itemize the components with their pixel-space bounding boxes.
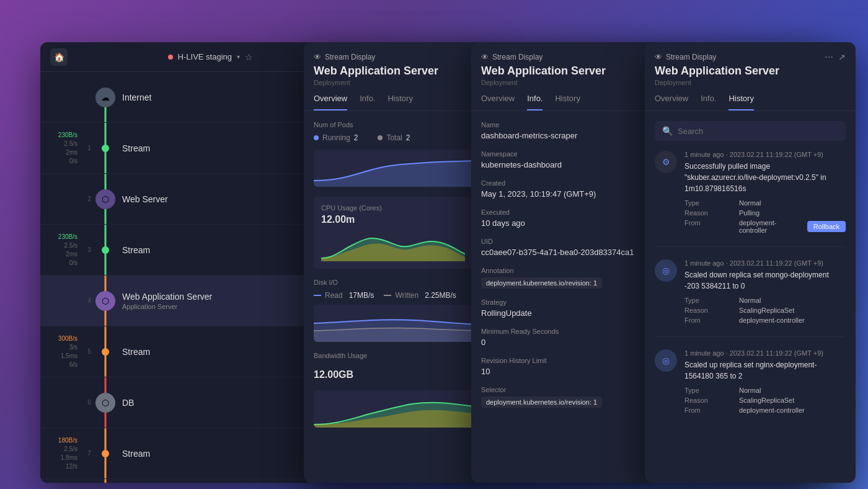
metric-3-4: 0/s [69,259,78,267]
running-value: 2 [354,133,358,142]
cloud-node-icon: ☁ [95,87,115,107]
history-content-1: 1 minute ago · 2023.02.21 11:19:22 (GMT … [684,151,846,234]
panel3-expand-icon[interactable]: ↗ [838,52,846,62]
cpu-chart [321,230,465,261]
history-content-3: 1 minute ago · 2023.02.21 11:19:22 (GMT … [684,349,846,414]
history-time-2: 1 minute ago · 2023.02.21 11:19:22 (GMT … [684,259,846,267]
panel3-tab-overview[interactable]: Overview [655,94,688,110]
sidebar-row-1[interactable]: 230B/s 2.5/s 2ms 0/s 1 Stream [40,123,343,174]
sidebar-row-7[interactable]: 180B/s 2.5/s 1.8ms 12/s 7 Stream [40,428,343,479]
written-line [384,295,391,296]
sidebar-row-2[interactable]: 2 ⬡ Web Server [40,174,343,225]
panel2-eye-icon: 👁 [481,53,489,61]
panel1-tab-history[interactable]: History [388,94,412,110]
h2-type-value: Normal [739,297,846,304]
sidebar-row-4[interactable]: 4 ⬡ Web Application Server Application S… [40,276,343,326]
history-fields-2: Type Normal Reason ScalingReplicaSet Fro… [684,297,846,324]
metric-5-2: 3/s [69,343,78,351]
db-node-icon: ⬡ [95,393,115,413]
panel1-tab-overview[interactable]: Overview [314,94,347,110]
h1-reason-value: Pulling [739,209,846,217]
timeline-7 [96,428,115,478]
panel1-tab-info[interactable]: Info. [360,94,375,110]
panel3-header: 👁 Stream Display ⋯ ↗ Web Application Ser… [645,42,856,111]
timeline-1 [96,123,115,173]
panel3-tabs: Overview Info. History [645,94,856,111]
row-num-3: 3 [82,225,96,275]
row-num-4: 4 [82,276,96,326]
panel3-stream-display-label: Stream Display [666,53,716,61]
history-content-2: 1 minute ago · 2023.02.21 11:19:22 (GMT … [684,259,846,324]
sidebar-row-internet[interactable]: ☁ Internet [40,72,343,123]
history-msg-2: Scaled down replica set mongo-deployment… [684,269,846,292]
row-num-internet [82,72,96,122]
timeline-dot-1 [102,145,109,152]
h3-from-label: From [684,406,734,414]
panel1-stream-display-label: Stream Display [325,53,375,61]
panel3-tab-info[interactable]: Info. [701,94,716,110]
sidebar-row-3[interactable]: 230B/s 2.5/s 2ms 0/s 3 Stream [40,225,343,276]
total-value: 2 [406,133,410,142]
total-stat: Total 2 [378,133,410,142]
panel3-body: 🔍 ⚙ 1 minute ago · 2023.02.21 11:19:22 (… [645,111,856,483]
selector-value: deployment.kubernetes.io/revision: 1 [481,397,602,408]
row-num-1: 1 [82,123,96,173]
metric-5-3: 1.5ms [61,352,78,360]
cpu-label: CPU Usage (Cores) [321,204,465,212]
metric-3-2: 2.5/s [64,241,78,249]
metric-1-1: 230B/s [58,131,78,139]
read-stat: Read 17MB/s [314,291,374,300]
home-button[interactable]: 🏠 [50,48,68,66]
sidebar-row-8[interactable]: 8 ⬡ Live Deployment [40,479,343,483]
history-time-1: 1 minute ago · 2023.02.21 11:19:22 (GMT … [684,151,846,158]
history-item-1: ⚙ 1 minute ago · 2023.02.21 11:19:22 (GM… [655,151,846,247]
h2-from-value: deployment-controller [739,316,846,324]
timeline-2: ⬡ [96,174,115,224]
timeline-4: ⬡ [96,276,115,326]
h2-reason-value: ScalingReplicaSet [739,307,846,314]
history-item-2: ◎ 1 minute ago · 2023.02.21 11:19:22 (GM… [655,259,846,337]
panel2-tab-overview[interactable]: Overview [481,94,515,110]
favorite-star-icon[interactable]: ☆ [245,52,253,62]
metrics-internet [40,72,82,122]
written-stat: Written 2.25MB/s [384,291,456,300]
history-msg-3: Scaled up replica set nginx-deployment-1… [684,359,846,382]
metric-1-2: 2.5/s [64,140,78,148]
metric-3-3: 2ms [66,250,78,258]
h2-from-label: From [684,316,734,324]
annotation-value: deployment.kubernetes.io/revision: 1 [481,277,602,289]
metrics-2 [40,174,82,224]
running-dot [314,135,319,140]
panel3-more-icon[interactable]: ⋯ [825,52,833,62]
search-bar[interactable]: 🔍 [655,121,846,141]
panel2-stream-display: 👁 Stream Display [481,53,542,61]
webapp-server-node-icon: ⬡ [95,291,115,311]
sidebar-row-5[interactable]: 300B/s 3/s 1.5ms 6/s 5 Stream [40,326,343,377]
total-label: Total [386,133,402,142]
panel3-title: Web Application Server [655,65,846,78]
timeline-6: ⬡ [96,377,115,428]
h3-from-value: deployment-controller [739,406,846,414]
timeline-dot-7 [102,450,109,457]
metrics-6 [40,377,82,428]
panel3-subtitle: Deployment [655,79,846,86]
panel2-tab-history[interactable]: History [555,94,580,110]
history-icon-3: ◎ [655,349,677,372]
search-input[interactable] [678,127,838,136]
title-dropdown-icon[interactable]: ▾ [237,53,240,60]
row-num-8: 8 [82,479,96,483]
rollback-button[interactable]: Rollback [807,221,846,232]
timeline-5 [96,326,115,377]
panel3-tab-history[interactable]: History [728,94,753,110]
metrics-3: 230B/s 2.5/s 2ms 0/s [40,225,82,275]
sidebar-row-6[interactable]: 6 ⬡ DB [40,377,343,428]
panel2-tab-info[interactable]: Info. [527,94,542,110]
h3-reason-label: Reason [684,397,734,404]
metric-1-3: 2ms [66,148,78,156]
read-label: Read [325,291,343,300]
panel1-stream-display: 👁 Stream Display [314,53,375,61]
h2-reason-label: Reason [684,307,734,314]
h1-type-value: Normal [739,199,846,207]
metric-3-1: 230B/s [58,233,78,241]
h1-reason-label: Reason [684,209,734,217]
